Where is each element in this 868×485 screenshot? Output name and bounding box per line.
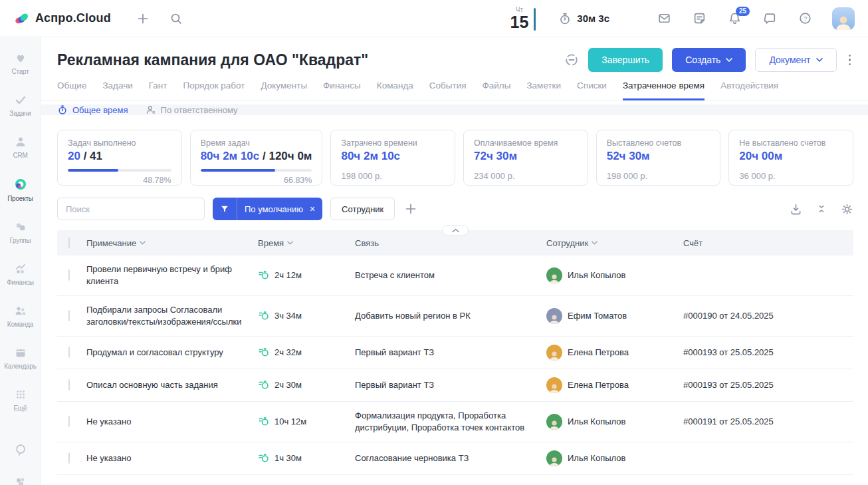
- employee-avatar: [546, 267, 562, 283]
- column-header-invoice[interactable]: Счёт: [683, 238, 853, 248]
- tab-documents[interactable]: Документы: [261, 81, 308, 100]
- employee-name[interactable]: Илья Копылов: [568, 452, 625, 464]
- integrations-icon[interactable]: [13, 474, 28, 485]
- timer-icon: [258, 416, 269, 427]
- tab-time-spent[interactable]: Затраченное время: [623, 81, 705, 100]
- row-checkbox[interactable]: [68, 452, 70, 464]
- row-checkbox[interactable]: [68, 310, 70, 321]
- relation-cell[interactable]: Встреча с клиентом: [355, 269, 546, 281]
- row-checkbox[interactable]: [68, 347, 70, 358]
- sidebar-item-tasks[interactable]: Задачи: [0, 88, 41, 122]
- copy-link-icon[interactable]: [564, 53, 579, 67]
- tab-lists[interactable]: Списки: [577, 81, 607, 100]
- timer-icon: [258, 347, 269, 358]
- more-actions-kebab-icon[interactable]: [846, 52, 854, 69]
- time-tracker[interactable]: 30м 3с: [558, 12, 609, 25]
- table-row[interactable]: Не указано 10ч 12м Формализация продукта…: [57, 402, 853, 442]
- note-cell: Не указано: [86, 416, 258, 428]
- tab-automations[interactable]: Автодействия: [720, 81, 778, 100]
- relation-cell[interactable]: Формализация продукта, Проработка дистри…: [355, 410, 546, 434]
- stat-card-task-time: Время задач 80ч 2м 10с / 120ч 0м 66.83%: [190, 130, 323, 186]
- tab-notes[interactable]: Заметки: [526, 81, 561, 100]
- employee-name[interactable]: Ефим Томатов: [568, 310, 627, 322]
- calendar-date[interactable]: Чт 15: [510, 7, 536, 31]
- filter-chip-default[interactable]: По умолчанию ×: [213, 198, 322, 220]
- sidebar-item-label: Ещё: [14, 404, 27, 412]
- sidebar-item-label: Команда: [7, 321, 33, 328]
- sort-chevron-icon: [592, 241, 597, 245]
- row-checkbox[interactable]: [68, 416, 70, 427]
- sidebar-item-finance[interactable]: Финансы: [0, 257, 41, 291]
- invoice-cell[interactable]: #000193 от 25.05.2025: [683, 347, 853, 359]
- employee-name[interactable]: Елена Петрова: [568, 379, 629, 391]
- table-settings-gear-icon[interactable]: [841, 203, 853, 216]
- select-all-checkbox[interactable]: [68, 238, 70, 249]
- employee-filter-button[interactable]: Сотрудник: [330, 198, 395, 220]
- user-avatar[interactable]: [832, 7, 855, 30]
- chat-icon[interactable]: [763, 11, 777, 25]
- collapse-rows-icon[interactable]: [816, 203, 827, 215]
- relation-cell[interactable]: Первый вариант ТЗ: [355, 347, 546, 359]
- employee-name[interactable]: Илья Копылов: [568, 269, 625, 281]
- table-row[interactable]: Подбирали запросы Согласовали заголовки/…: [57, 296, 853, 337]
- row-checkbox[interactable]: [68, 269, 70, 281]
- column-header-relation[interactable]: Связь: [355, 238, 546, 248]
- remove-filter-icon[interactable]: ×: [307, 204, 322, 214]
- relation-cell[interactable]: Согласование черновика ТЗ: [355, 452, 546, 464]
- invoice-cell[interactable]: #000191 от 25.05.2025: [683, 416, 853, 428]
- subtab-total-time[interactable]: Общее время: [57, 104, 128, 115]
- invoice-cell[interactable]: #000193 от 25.05.2025: [683, 379, 853, 391]
- tab-team[interactable]: Команда: [377, 81, 413, 100]
- search-input[interactable]: [57, 198, 205, 220]
- page-title: Рекламная кампания для ОАО "Квадрат": [57, 51, 368, 69]
- notes-icon[interactable]: [693, 11, 706, 25]
- subtab-by-responsible[interactable]: По ответственному: [146, 104, 238, 115]
- quick-add-icon[interactable]: [136, 12, 150, 25]
- mail-icon[interactable]: [657, 11, 671, 25]
- sidebar-item-label: Группы: [9, 237, 31, 244]
- column-header-note[interactable]: Примечание: [86, 238, 258, 248]
- employee-name[interactable]: Илья Копылов: [568, 416, 625, 428]
- sidebar-item-start[interactable]: Старт: [0, 47, 41, 80]
- table-row[interactable]: Описал основную часть задания 2ч 30м Пер…: [57, 369, 853, 402]
- table-row[interactable]: Провели первичную встречу и бриф клиента…: [57, 255, 853, 296]
- sidebar-item-team[interactable]: Команда: [0, 299, 41, 333]
- column-header-time[interactable]: Время: [258, 238, 355, 248]
- invoice-cell[interactable]: #000190 от 24.05.2025: [683, 310, 853, 322]
- tab-events[interactable]: События: [429, 81, 467, 100]
- column-header-employee[interactable]: Сотрудник: [546, 238, 683, 248]
- tab-gantt[interactable]: Гант: [149, 81, 167, 100]
- sidebar-item-more[interactable]: Ещё: [0, 383, 41, 416]
- row-checkbox[interactable]: [68, 379, 70, 391]
- collapse-panel-button[interactable]: [442, 225, 469, 236]
- sidebar-item-groups[interactable]: Группы: [0, 216, 41, 249]
- timer-icon: [258, 379, 269, 391]
- add-filter-icon[interactable]: [404, 202, 417, 216]
- sidebar-item-projects[interactable]: Проекты: [0, 172, 41, 207]
- tab-finance[interactable]: Финансы: [323, 81, 361, 100]
- search-icon[interactable]: [169, 12, 183, 25]
- stat-suffix: / 41: [80, 150, 102, 162]
- tab-general[interactable]: Общие: [57, 81, 86, 100]
- sidebar-item-crm[interactable]: CRM: [0, 130, 41, 164]
- funnel-icon[interactable]: [213, 198, 237, 220]
- finish-button[interactable]: Завершить: [588, 48, 663, 72]
- help-icon[interactable]: ?: [798, 11, 812, 25]
- table-row[interactable]: Продумал и согласовал структуру 2ч 32м П…: [57, 337, 853, 369]
- table-row[interactable]: Не указано 1ч 30м Согласование черновика…: [57, 442, 853, 475]
- sidebar-item-label: Финансы: [7, 279, 34, 286]
- stat-value: 80ч 2м 10с: [201, 150, 260, 162]
- app-logo[interactable]: Аспро.Cloud: [13, 11, 111, 27]
- sidebar-item-calendar[interactable]: Календарь: [0, 341, 41, 375]
- tab-workflow[interactable]: Порядок работ: [183, 81, 245, 100]
- employee-name[interactable]: Елена Петрова: [568, 347, 629, 359]
- relation-cell[interactable]: Добавить новый регион в РК: [355, 310, 546, 322]
- tab-tasks[interactable]: Задачи: [102, 81, 132, 100]
- notifications-bell-icon[interactable]: 25: [728, 11, 742, 25]
- create-button[interactable]: Создать: [672, 48, 746, 72]
- document-button[interactable]: Документ: [755, 48, 836, 72]
- export-download-icon[interactable]: [790, 203, 802, 216]
- relation-cell[interactable]: Первый вариант ТЗ: [355, 379, 546, 391]
- tab-files[interactable]: Файлы: [483, 81, 511, 100]
- support-icon[interactable]: [13, 442, 28, 457]
